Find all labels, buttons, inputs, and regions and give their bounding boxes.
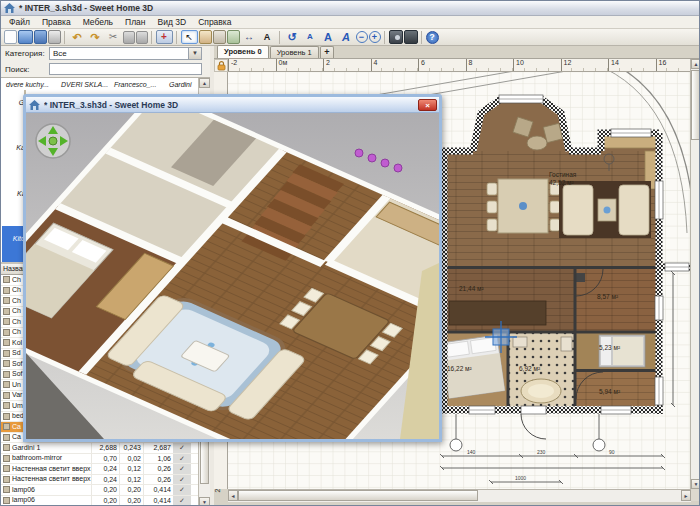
create-walls-icon[interactable]	[213, 30, 226, 44]
separator[interactable]	[384, 31, 385, 44]
furniture-icon	[3, 497, 10, 504]
plan-horizontal-scrollbar[interactable]: ◄ ►	[228, 489, 691, 502]
menu-help[interactable]: Справка	[192, 17, 237, 27]
create-rooms-icon[interactable]	[227, 30, 240, 44]
add-furniture-icon[interactable]: +	[156, 30, 173, 44]
scrollbar-corner	[691, 489, 700, 501]
separator[interactable]	[279, 31, 280, 44]
scrollbar-thumb[interactable]	[238, 490, 478, 501]
svg-text:5,94 м²: 5,94 м²	[599, 388, 621, 395]
tab-level-1[interactable]: Уровень 1	[270, 46, 319, 58]
undo-icon[interactable]: ↶	[69, 30, 86, 44]
furniture-icon	[3, 476, 10, 483]
furniture-icon	[3, 402, 10, 409]
ruler-label: 2	[323, 59, 371, 72]
scroll-down-icon[interactable]: ▼	[691, 479, 700, 489]
table-row[interactable]: Настенная светит вверх 0,24 0,12 0,26 ✓	[1, 464, 210, 475]
separator[interactable]	[151, 31, 152, 44]
close-icon[interactable]: ×	[418, 99, 437, 111]
navigation-compass-icon[interactable]	[36, 124, 70, 158]
create-photo-icon[interactable]	[389, 30, 403, 44]
catalog-item-label[interactable]: dvere kuchy...	[6, 81, 49, 88]
level-tabs: Уровень 0 Уровень 1 +	[214, 46, 700, 59]
menu-furniture[interactable]: Мебель	[77, 17, 119, 27]
catalog-item-label[interactable]: DVERI SKLA...	[61, 81, 108, 88]
save-icon[interactable]	[34, 30, 47, 44]
text-smaller-icon[interactable]: A	[302, 30, 319, 44]
zoom-in-icon[interactable]: +	[369, 31, 381, 43]
paste-icon[interactable]	[136, 31, 148, 44]
text-larger-icon[interactable]: A	[320, 30, 337, 44]
ruler-label: 2	[214, 489, 221, 493]
add-level-button[interactable]: +	[320, 46, 334, 58]
scroll-up-icon[interactable]: ▲	[691, 59, 700, 69]
svg-text:140: 140	[467, 449, 476, 455]
table-row[interactable]: Gardini 1 2,688 0,243 2,687 ✓	[1, 443, 210, 454]
scroll-up-icon[interactable]: ▲	[199, 78, 210, 88]
open-icon[interactable]	[18, 30, 33, 44]
furniture-icon	[3, 360, 10, 367]
ruler-label: 6	[418, 59, 466, 72]
3d-viewer-title: * INTER_3.sh3d - Sweet Home 3D	[44, 100, 418, 110]
3d-view[interactable]	[26, 113, 439, 439]
furniture-icon	[3, 329, 10, 336]
svg-text:42,52 м²: 42,52 м²	[549, 179, 575, 186]
preferences-icon[interactable]	[48, 30, 61, 44]
furniture-icon	[3, 350, 10, 357]
search-input[interactable]	[49, 63, 202, 75]
furniture-icon	[3, 455, 10, 462]
scroll-right-icon[interactable]: ►	[681, 490, 691, 501]
ruler-label: 8	[466, 59, 514, 72]
zoom-out-icon[interactable]: −	[356, 31, 368, 43]
create-dimensions-icon[interactable]: ↔	[241, 30, 258, 44]
text-italic-icon[interactable]: A	[338, 30, 355, 44]
table-row[interactable]: lamp06 0,20 0,20 0,414 ✓	[1, 496, 210, 506]
pan-tool-icon[interactable]	[199, 30, 212, 44]
menu-plan[interactable]: План	[119, 17, 152, 27]
ruler-label: 4	[371, 59, 419, 72]
tab-level-0[interactable]: Уровень 0	[217, 45, 269, 58]
help-icon[interactable]: ?	[426, 31, 439, 44]
redo-icon[interactable]: ↷	[87, 30, 104, 44]
scrollbar-thumb[interactable]	[691, 70, 700, 140]
furniture-icon	[3, 339, 10, 346]
menu-file[interactable]: Файл	[3, 17, 36, 27]
create-video-icon[interactable]	[404, 30, 418, 44]
app-window: * INTER_3.sh3d - Sweet Home 3D Файл Прав…	[0, 0, 700, 506]
title-bar[interactable]: * INTER_3.sh3d - Sweet Home 3D	[1, 1, 700, 16]
cut-icon[interactable]: ✂	[105, 30, 122, 44]
ruler-label: 10	[513, 59, 561, 72]
menu-edit[interactable]: Правка	[36, 17, 77, 27]
furniture-icon	[3, 308, 10, 315]
separator[interactable]	[64, 31, 65, 44]
scroll-down-icon[interactable]: ▼	[199, 497, 210, 506]
ruler-label: -2	[228, 59, 276, 72]
rotate-ccw-icon[interactable]: ↺	[284, 30, 301, 44]
svg-text:5,23 м²: 5,23 м²	[599, 344, 621, 351]
3d-viewer-title-bar[interactable]: * INTER_3.sh3d - Sweet Home 3D ×	[26, 97, 439, 113]
separator[interactable]	[421, 31, 422, 44]
catalog-item-label[interactable]: Gardini	[169, 81, 192, 88]
new-document-icon[interactable]	[4, 30, 17, 44]
furniture-icon	[3, 465, 10, 472]
category-select[interactable]: Все ▼	[49, 47, 202, 60]
svg-text:230: 230	[537, 449, 546, 455]
horizontal-ruler: -2 0м 2 4 6 8 10 12 14 16	[228, 59, 691, 72]
furniture-icon	[3, 392, 10, 399]
scroll-left-icon[interactable]: ◄	[228, 490, 238, 501]
add-text-icon[interactable]: A	[259, 30, 276, 44]
3d-viewer-window[interactable]: * INTER_3.sh3d - Sweet Home 3D ×	[23, 94, 442, 442]
table-row[interactable]: lamp06 0,20 0,20 0,414 ✓	[1, 485, 210, 496]
select-tool-icon[interactable]: ↖	[181, 30, 198, 44]
table-row[interactable]: Настенная светит вверх 0,24 0,12 0,26 ✓	[1, 475, 210, 486]
separator[interactable]	[176, 31, 177, 44]
app-logo-icon	[4, 3, 15, 13]
table-row[interactable]: bathroom-mirror 0,70 0,02 1,06 ✓	[1, 454, 210, 465]
svg-text:6,92 м²: 6,92 м²	[519, 365, 541, 372]
catalog-item-label[interactable]: Francesco_...	[114, 81, 156, 88]
copy-icon[interactable]	[123, 31, 135, 44]
chevron-down-icon[interactable]: ▼	[188, 48, 201, 59]
plan-vertical-scrollbar[interactable]: ▲ ▼	[690, 59, 700, 489]
menu-3d-view[interactable]: Вид 3D	[152, 17, 193, 27]
menu-bar: Файл Правка Мебель План Вид 3D Справка	[1, 16, 700, 29]
